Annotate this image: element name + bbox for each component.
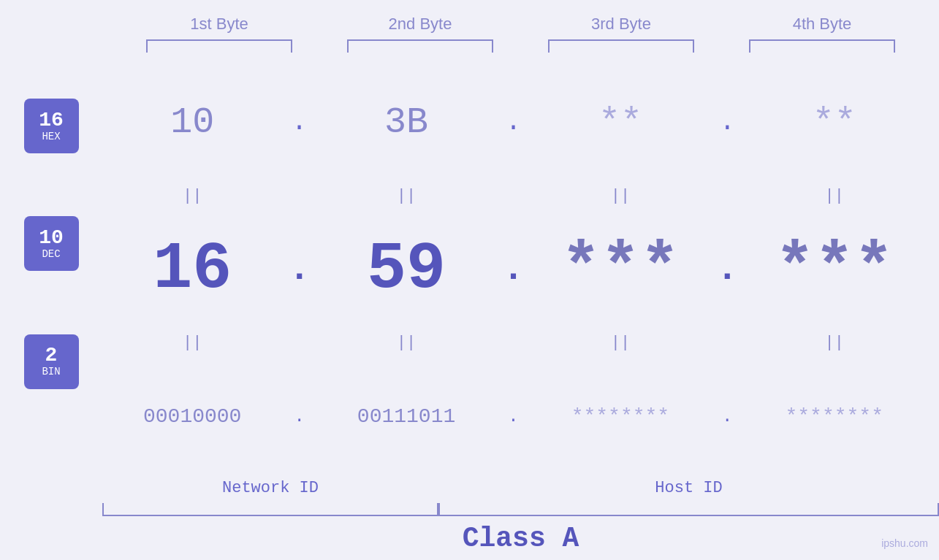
host-bracket bbox=[438, 503, 939, 516]
hex-val-3: ** bbox=[536, 101, 704, 143]
id-labels-row: Network ID Host ID bbox=[102, 479, 939, 497]
host-id-label: Host ID bbox=[438, 479, 939, 497]
bin-val-4: ******** bbox=[750, 405, 919, 428]
network-bracket bbox=[102, 503, 438, 516]
content-area: 16 HEX 10 DEC 2 BIN 10 . 3B . ** . ** bbox=[0, 60, 939, 479]
hex-badge: 16 HEX bbox=[24, 99, 79, 153]
bin-dot-2: . bbox=[502, 407, 524, 426]
top-bracket-row bbox=[119, 39, 923, 53]
class-label: Class A bbox=[463, 523, 579, 554]
equals-5: || bbox=[108, 334, 276, 352]
dec-val-4: *** bbox=[750, 232, 919, 307]
equals-1: || bbox=[108, 187, 276, 205]
bin-val-3: ******** bbox=[536, 405, 704, 428]
dec-dot-3: . bbox=[716, 248, 738, 290]
byte-labels-row: 1st Byte 2nd Byte 3rd Byte 4th Byte bbox=[119, 15, 923, 34]
dec-val-3: *** bbox=[536, 232, 704, 307]
watermark: ipshu.com bbox=[881, 537, 928, 549]
bottom-bracket-row bbox=[102, 503, 939, 516]
bin-row: 00010000 . 00111011 . ******** . *******… bbox=[102, 354, 924, 479]
equals-3: || bbox=[536, 187, 704, 205]
bracket-4 bbox=[749, 39, 895, 53]
bottom-section: Network ID Host ID bbox=[102, 479, 939, 516]
dec-dot-1: . bbox=[289, 248, 311, 290]
badges-column: 16 HEX 10 DEC 2 BIN bbox=[0, 60, 102, 479]
bracket-2 bbox=[347, 39, 493, 53]
network-id-label: Network ID bbox=[102, 479, 438, 497]
dec-val-1: 16 bbox=[108, 232, 276, 307]
dec-dot-2: . bbox=[502, 248, 524, 290]
bin-dot-1: . bbox=[289, 407, 311, 426]
bracket-3 bbox=[548, 39, 694, 53]
dec-row: 16 . 59 . *** . *** bbox=[102, 207, 924, 331]
sep-row-2: || || || || bbox=[102, 332, 924, 354]
data-columns: 10 . 3B . ** . ** || || || || 16 bbox=[102, 60, 939, 479]
byte-label-2: 2nd Byte bbox=[336, 15, 504, 34]
equals-8: || bbox=[750, 334, 919, 352]
equals-7: || bbox=[536, 334, 704, 352]
bracket-1 bbox=[146, 39, 292, 53]
bin-val-2: 00111011 bbox=[322, 405, 490, 428]
byte-label-1: 1st Byte bbox=[135, 15, 303, 34]
dec-val-2: 59 bbox=[322, 232, 490, 307]
main-container: 1st Byte 2nd Byte 3rd Byte 4th Byte 16 H… bbox=[0, 0, 939, 560]
bin-badge: 2 BIN bbox=[24, 334, 79, 389]
hex-val-4: ** bbox=[750, 101, 919, 143]
hex-dot-3: . bbox=[716, 107, 738, 137]
bin-dot-3: . bbox=[716, 407, 738, 426]
equals-4: || bbox=[750, 187, 919, 205]
hex-row: 10 . 3B . ** . ** bbox=[102, 60, 924, 185]
byte-label-3: 3rd Byte bbox=[537, 15, 705, 34]
hex-val-2: 3B bbox=[322, 101, 490, 143]
equals-2: || bbox=[322, 187, 490, 205]
bin-val-1: 00010000 bbox=[108, 405, 276, 428]
hex-dot-2: . bbox=[502, 107, 524, 137]
sep-row-1: || || || || bbox=[102, 185, 924, 207]
hex-val-1: 10 bbox=[108, 101, 276, 143]
equals-6: || bbox=[322, 334, 490, 352]
hex-dot-1: . bbox=[289, 107, 311, 137]
byte-label-4: 4th Byte bbox=[738, 15, 906, 34]
class-row: Class A bbox=[102, 516, 939, 560]
dec-badge: 10 DEC bbox=[24, 216, 79, 271]
